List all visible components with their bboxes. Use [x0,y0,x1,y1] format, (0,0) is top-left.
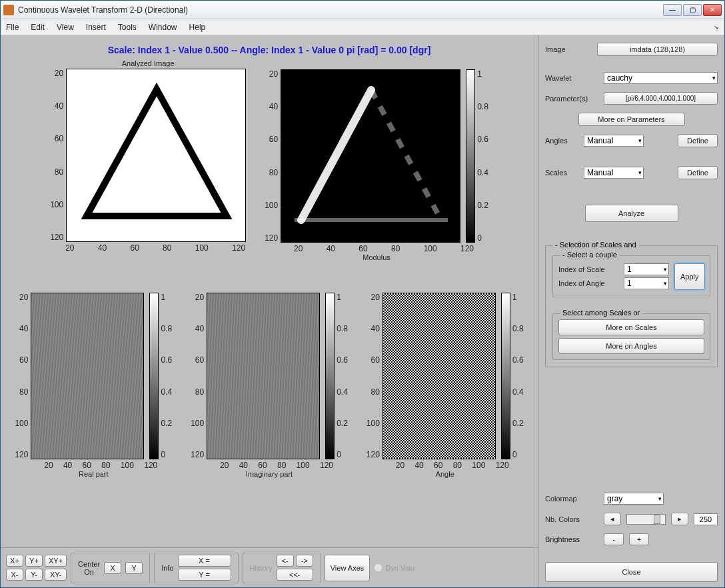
bottom-toolbar: X+ Y+ XY+ X- Y- XY- Center On X Y Info X… [1,547,538,587]
dock-icon[interactable]: ↘ [714,24,719,31]
window-title: Continuous Wavelet Transform 2-D (Direct… [18,5,663,15]
menu-edit[interactable]: Edit [31,23,45,32]
nbcolors-field[interactable]: 250 [694,513,718,525]
view-axes-button[interactable]: View Axes [325,555,370,581]
scales-define-button[interactable]: Define [678,166,718,179]
app-icon [3,5,14,15]
analyzed-canvas[interactable] [66,69,246,242]
nbcolors-right-button[interactable]: ▸ [671,513,688,525]
center-x-button[interactable]: X [104,562,121,574]
select-couple-group: - Select a couple Index of Scale1 Index … [552,255,710,297]
plot-modulus: 20406080100120 10.80.60.40.20 2040608010… [265,59,488,273]
xminus-button[interactable]: X- [6,569,23,581]
minimize-button[interactable]: — [663,4,682,16]
close-button[interactable]: Close [545,562,718,582]
angle-canvas[interactable] [382,293,496,459]
xyplus-button[interactable]: XY+ [45,555,67,567]
dyn-visu-radio [374,563,382,572]
brightness-minus-button[interactable]: - [604,533,624,545]
parameters-button[interactable]: [pi/6,4.000,4.000,1.000] [604,92,718,105]
menu-insert[interactable]: Insert [86,23,106,32]
angles-define-button[interactable]: Define [678,134,718,147]
plot-label-modulus: Modulus [362,253,390,261]
menu-view[interactable]: View [57,23,74,32]
select-among-group: Select among Scales or More on Scales Mo… [552,313,710,360]
angles-label: Angles [545,137,578,145]
svg-marker-0 [87,89,227,216]
nbcolors-left-button[interactable]: ◂ [604,513,621,525]
history-label: History [250,564,273,572]
plot-angle: 20406080100120 10.80.60.40.20 2040608010… [366,293,524,499]
maximize-button[interactable]: ▢ [683,4,702,16]
modulus-canvas[interactable] [281,69,460,243]
control-panel: Image imdata (128,128) Wavelet cauchy Pa… [538,35,724,587]
dyn-visu-label: Dyn Visu [385,564,414,572]
colormap-select[interactable]: gray [604,493,664,505]
menubar: File Edit View Insert Tools Window Help … [1,19,724,35]
menu-window[interactable]: Window [149,23,177,32]
yplus-button[interactable]: Y+ [25,555,43,567]
brightness-plus-button[interactable]: + [629,533,649,545]
plot-area: Scale: Index 1 - Value 0.500 -- Angle: I… [1,35,538,587]
menu-file[interactable]: File [6,23,19,32]
yminus-button[interactable]: Y- [25,569,43,581]
plot-label-real: Real part [79,470,109,478]
xplus-button[interactable]: X+ [6,555,23,567]
nbcolors-slider[interactable] [626,514,666,525]
selection-group: - Selection of Scales and - Select a cou… [545,245,718,367]
angles-mode-select[interactable]: Manual [584,135,644,147]
apply-button[interactable]: Apply [674,263,705,290]
angle-colorbar [501,293,510,459]
imag-canvas[interactable] [207,293,320,459]
plot-imaginary: 20406080100120 10.80.60.40.20 2040608010… [191,293,348,499]
colormap-label: Colormap [545,495,598,503]
more-parameters-button[interactable]: More on Parameters [578,113,685,126]
selection-group-label: - Selection of Scales and [552,241,639,249]
more-angles-button[interactable]: More on Angles [558,338,704,354]
history-next-button[interactable]: -> [296,555,313,567]
load-image-button[interactable]: imdata (128,128) [597,43,718,56]
params-label: Parameter(s) [545,95,598,103]
modulus-colorbar [466,69,475,243]
info-x-button[interactable]: X = [178,555,231,567]
plot-title-analyzed: Analyzed Image [122,59,175,67]
info-label: Info [161,564,173,572]
image-label: Image [545,45,592,53]
select-couple-label: - Select a couple [560,251,620,259]
menu-help[interactable]: Help [189,23,206,32]
center-y-button[interactable]: Y [125,562,143,574]
wavelet-select[interactable]: cauchy [604,72,718,84]
menu-tools[interactable]: Tools [118,23,137,32]
center-on-label: Center On [78,560,100,576]
imag-colorbar [325,293,335,459]
scales-label: Scales [545,169,578,177]
plot-analyzed: Analyzed Image 20 40 60 80 100 120 [50,59,246,273]
analyze-button[interactable]: Analyze [585,205,678,222]
history-reset-button[interactable]: <<- [277,569,313,581]
index-angle-select[interactable]: 1 [624,277,669,289]
plot-label-angle: Angle [436,470,454,478]
brightness-label: Brightness [545,535,598,543]
real-colorbar [149,293,159,459]
nbcolors-label: Nb. Colors [545,515,598,523]
plot-real: 20406080100120 10.80.60.40.20 2040608010… [15,293,172,499]
more-scales-button[interactable]: More on Scales [558,319,704,335]
info-y-button[interactable]: Y = [178,569,231,581]
history-prev-button[interactable]: <- [277,555,294,567]
wavelet-label: Wavelet [545,74,598,82]
index-angle-label: Index of Angle [558,279,618,287]
real-canvas[interactable] [31,293,144,459]
index-scale-select[interactable]: 1 [624,263,669,275]
titlebar: Continuous Wavelet Transform 2-D (Direct… [1,1,724,19]
close-window-button[interactable]: ✕ [703,4,722,16]
xyminus-button[interactable]: XY- [45,569,67,581]
plot-label-imag: Imaginary part [246,470,293,478]
select-among-label: Select among Scales or [560,309,642,317]
status-headline: Scale: Index 1 - Value 0.500 -- Angle: I… [10,45,528,55]
scales-mode-select[interactable]: Manual [584,167,644,179]
index-scale-label: Index of Scale [558,265,618,273]
